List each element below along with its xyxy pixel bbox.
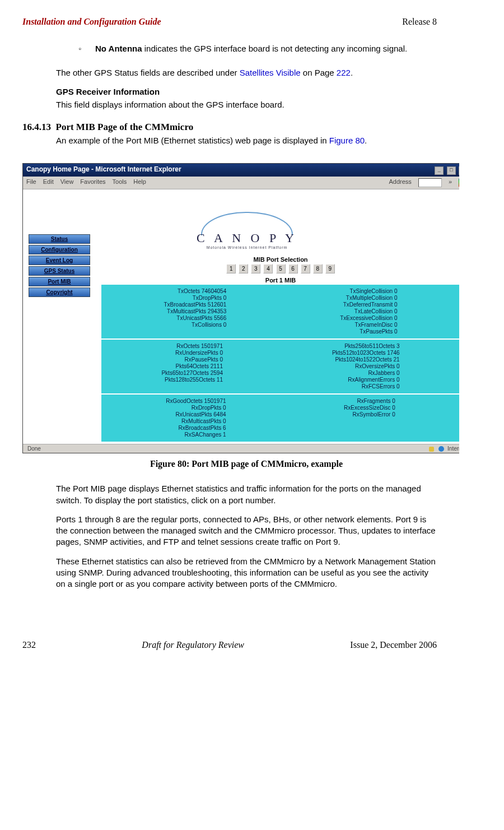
port-mib-intro: An example of the Port MIB (Ethernet sta…	[56, 135, 437, 146]
globe-icon	[438, 446, 444, 452]
menu-help[interactable]: Help	[133, 178, 146, 187]
stats-block-1: TxOctets 74604054 TxDropPkts 0 TxBroadca…	[101, 285, 459, 339]
ie-title: Canopy Home Page - Microsoft Internet Ex…	[26, 165, 181, 175]
mib-port-selection-label: MIB Port Selection	[101, 256, 459, 263]
stats-block-2-right: Pkts256to511Octets 3 Pkts512to1023Octets…	[332, 343, 400, 390]
stats-block-1-left: TxOctets 74604054 TxDropPkts 0 TxBroadca…	[164, 288, 227, 335]
canopy-logo: C A N O P Y Motorola Wireless Internet P…	[29, 195, 459, 253]
bullet-marker: ◦	[78, 44, 95, 53]
port-button-9[interactable]: 9	[325, 264, 335, 273]
gps-other-fields: The other GPS Status fields are describe…	[56, 67, 437, 78]
status-done: Done	[27, 446, 41, 452]
section-number: 16.4.13	[22, 122, 51, 132]
page-header: Installation and Configuration Guide Rel…	[22, 17, 437, 27]
port-button-8[interactable]: 8	[313, 264, 323, 273]
bullet-label: No Antenna	[95, 44, 142, 53]
para-port-mib-desc: The Port MIB page displays Ethernet stat…	[56, 483, 437, 506]
gps-receiver-text: This field displays information about th…	[56, 99, 437, 110]
menu-view[interactable]: View	[60, 178, 74, 187]
nav-configuration[interactable]: Configuration	[29, 245, 90, 254]
ie-content-area: Status Configuration Event Log GPS Statu…	[23, 189, 459, 444]
bullet-no-antenna: ◦ No Antenna indicates the GPS interface…	[78, 44, 437, 53]
para-snmp: These Ethernet statistics can also be re…	[56, 556, 437, 590]
bullet-rest: indicates the GPS interface board is not…	[142, 44, 408, 53]
go-chevron[interactable]: »	[449, 178, 452, 187]
link-satellites-visible[interactable]: Satellites Visible	[240, 68, 301, 77]
minimize-icon[interactable]: _	[435, 166, 444, 175]
lock-icon	[429, 447, 434, 452]
maximize-icon[interactable]: □	[447, 166, 456, 175]
stats-block-2: RxOctets 1501971 RxUndersizePkts 0 RxPau…	[101, 340, 459, 393]
gps-receiver-title: GPS Receiver Information	[56, 86, 437, 98]
address-label: Address	[389, 178, 412, 187]
ie-flag-icon	[459, 178, 459, 187]
port-button-2[interactable]: 2	[239, 264, 248, 273]
stats-block-3-left: RxGoodOctets 1501971 RxDropPkts 0 RxUnic…	[166, 398, 226, 438]
stats-block-2-left: RxOctets 1501971 RxUndersizePkts 0 RxPau…	[161, 343, 223, 390]
port-button-3[interactable]: 3	[251, 264, 260, 273]
stats-block-3-right: RxFragments 0 RxExcessSizeDisc 0 RxSymbo…	[344, 398, 395, 438]
figure-80: Canopy Home Page - Microsoft Internet Ex…	[22, 163, 459, 469]
ie-titlebar: Canopy Home Page - Microsoft Internet Ex…	[23, 164, 459, 177]
nav-gps-status[interactable]: GPS Status	[29, 266, 90, 276]
mib-area: MIB Port Selection 1 2 3 4 5 6 7 8 9 Por…	[101, 256, 459, 442]
close-icon[interactable]: ×	[459, 166, 459, 175]
port-1-mib-label: Port 1 MIB	[101, 277, 459, 284]
nav-status[interactable]: Status	[29, 234, 90, 244]
stats-block-1-right: TxSingleCollision 0 TxMultipleCollision …	[340, 288, 397, 335]
ie-status-bar: Done Internet	[23, 444, 459, 453]
header-right: Release 8	[402, 17, 437, 27]
canopy-logo-sub: Motorola Wireless Internet Platform	[29, 245, 459, 249]
port-button-5[interactable]: 5	[276, 264, 286, 273]
menu-edit[interactable]: Edit	[43, 178, 54, 187]
port-button-6[interactable]: 6	[288, 264, 298, 273]
port-button-7[interactable]: 7	[301, 264, 310, 273]
page-body: ◦ No Antenna indicates the GPS interface…	[56, 44, 437, 590]
footer-right: Issue 2, December 2006	[350, 640, 437, 650]
header-left: Installation and Configuration Guide	[22, 17, 161, 27]
menu-file[interactable]: File	[26, 178, 36, 187]
port-selector: 1 2 3 4 5 6 7 8 9	[101, 264, 459, 273]
figure-caption: Figure 80: Port MIB page of CMMmicro, ex…	[22, 459, 459, 469]
nav-copyright[interactable]: Copyright	[29, 288, 90, 297]
gps-receiver-info-block: GPS Receiver Information This field disp…	[56, 86, 437, 110]
address-field[interactable]	[418, 178, 442, 187]
status-zone: Internet	[429, 446, 459, 452]
bullet-content: No Antenna indicates the GPS interface b…	[95, 44, 437, 53]
nav-event-log[interactable]: Event Log	[29, 256, 90, 265]
port-button-1[interactable]: 1	[226, 264, 236, 273]
ie-menubar: File Edit View Favorites Tools Help Addr…	[23, 177, 459, 189]
sidebar-nav: Status Configuration Event Log GPS Statu…	[29, 234, 90, 298]
link-page-222[interactable]: 222	[337, 68, 351, 77]
ie-window: Canopy Home Page - Microsoft Internet Ex…	[22, 163, 459, 453]
port-button-4[interactable]: 4	[263, 264, 273, 273]
section-title: Port MIB Page of the CMMmicro	[56, 122, 194, 132]
footer-page-num: 232	[22, 640, 36, 650]
link-figure-80[interactable]: Figure 80	[329, 136, 365, 145]
window-buttons: _ □ ×	[433, 165, 459, 175]
canopy-logo-text: C A N O P Y	[29, 231, 459, 245]
menu-tools[interactable]: Tools	[113, 178, 127, 187]
footer-center: Draft for Regulatory Review	[142, 640, 244, 650]
section-heading: 16.4.13 Port MIB Page of the CMMmicro	[22, 122, 437, 133]
para-ports-1-8: Ports 1 through 8 are the regular ports,…	[56, 514, 437, 548]
nav-port-mib[interactable]: Port MIB	[29, 277, 90, 286]
stats-block-3: RxGoodOctets 1501971 RxDropPkts 0 RxUnic…	[101, 395, 459, 442]
menu-favorites[interactable]: Favorites	[80, 178, 105, 187]
page-footer: 232 Draft for Regulatory Review Issue 2,…	[22, 640, 437, 650]
